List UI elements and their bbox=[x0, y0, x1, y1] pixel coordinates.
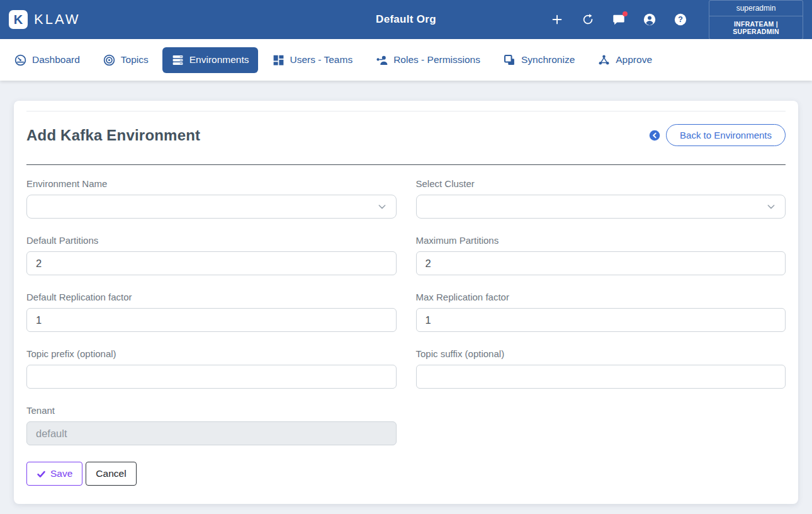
back-arrow-circle-icon[interactable] bbox=[649, 130, 660, 141]
add-icon[interactable] bbox=[550, 13, 564, 26]
nav-label: Approve bbox=[616, 54, 652, 66]
org-title: Default Org bbox=[376, 13, 436, 26]
environment-form: Environment Name Select Cluster Default … bbox=[26, 178, 786, 445]
nav-label: Environments bbox=[189, 54, 249, 66]
refresh-icon[interactable] bbox=[581, 13, 595, 26]
tenant-input bbox=[26, 421, 397, 445]
approve-icon bbox=[597, 54, 611, 67]
max-replication-factor-input[interactable] bbox=[416, 308, 786, 332]
maximum-partitions-input[interactable] bbox=[416, 251, 786, 275]
default-partitions-input[interactable] bbox=[26, 251, 397, 275]
environment-name-select[interactable] bbox=[26, 195, 397, 219]
environment-name-label: Environment Name bbox=[26, 178, 397, 189]
field-environment-name: Environment Name bbox=[26, 178, 397, 219]
svg-text:?: ? bbox=[678, 15, 683, 24]
app-header: K KLAW Default Org ? superadmin INFRAT bbox=[0, 0, 812, 39]
default-replication-factor-input[interactable] bbox=[26, 308, 397, 332]
check-icon bbox=[37, 469, 46, 479]
default-partitions-label: Default Partitions bbox=[26, 235, 397, 246]
card-top-divider bbox=[26, 111, 786, 111]
nav-item-approve[interactable]: Approve bbox=[589, 47, 661, 73]
nav-label: Dashboard bbox=[32, 54, 80, 66]
help-icon[interactable]: ? bbox=[674, 13, 687, 26]
tenant-label: Tenant bbox=[26, 405, 397, 416]
notification-dot bbox=[623, 11, 628, 16]
topic-prefix-label: Topic prefix (optional) bbox=[26, 348, 397, 359]
users-teams-icon bbox=[272, 54, 285, 67]
field-default-partitions: Default Partitions bbox=[26, 235, 397, 275]
field-topic-prefix: Topic prefix (optional) bbox=[26, 348, 397, 389]
select-cluster-select[interactable] bbox=[416, 195, 786, 219]
maximum-partitions-label: Maximum Partitions bbox=[416, 235, 786, 246]
nav-label: Topics bbox=[121, 54, 149, 66]
field-select-cluster: Select Cluster bbox=[416, 178, 786, 219]
field-tenant: Tenant bbox=[26, 405, 397, 445]
select-cluster-label: Select Cluster bbox=[416, 178, 786, 189]
field-maximum-partitions: Maximum Partitions bbox=[416, 235, 786, 275]
save-button-label: Save bbox=[50, 468, 72, 479]
default-replication-factor-label: Default Replication factor bbox=[26, 292, 397, 302]
page-title: Add Kafka Environment bbox=[26, 127, 200, 144]
cancel-button[interactable]: Cancel bbox=[86, 462, 136, 486]
nav-label: Users - Teams bbox=[290, 54, 353, 66]
nav-item-roles-permissions[interactable]: Roles - Permissions bbox=[366, 47, 489, 73]
brand[interactable]: K KLAW bbox=[9, 10, 81, 29]
chevron-down-icon bbox=[766, 202, 776, 212]
topic-prefix-input[interactable] bbox=[26, 365, 397, 389]
max-replication-factor-label: Max Replication factor bbox=[416, 292, 786, 302]
chevron-down-icon bbox=[377, 202, 387, 212]
dashboard-icon bbox=[14, 54, 27, 67]
user-team-role: INFRATEAM | SUPERADMIN bbox=[709, 16, 803, 39]
nav-item-dashboard[interactable]: Dashboard bbox=[5, 47, 89, 73]
nav-label: Roles - Permissions bbox=[393, 54, 480, 66]
topic-suffix-input[interactable] bbox=[416, 365, 786, 389]
content-card: Add Kafka Environment Back to Environmen… bbox=[14, 101, 798, 504]
field-default-replication-factor: Default Replication factor bbox=[26, 292, 397, 332]
topic-suffix-label: Topic suffix (optional) bbox=[416, 348, 786, 359]
account-icon[interactable] bbox=[643, 13, 657, 26]
nav-item-topics[interactable]: Topics bbox=[94, 47, 157, 73]
nav-item-synchronize[interactable]: Synchronize bbox=[494, 47, 584, 73]
main-nav: Dashboard Topics Environments Users - Te… bbox=[0, 39, 812, 81]
nav-item-users-teams[interactable]: Users - Teams bbox=[263, 47, 362, 73]
chat-notification-icon[interactable] bbox=[612, 13, 626, 26]
back-to-environments-button[interactable]: Back to Environments bbox=[666, 124, 786, 146]
save-button[interactable]: Save bbox=[26, 462, 82, 486]
environments-icon bbox=[171, 54, 184, 67]
heading-divider bbox=[26, 164, 786, 165]
nav-label: Synchronize bbox=[521, 54, 575, 66]
synchronize-icon bbox=[503, 54, 516, 67]
topics-icon bbox=[103, 54, 116, 67]
user-name: superadmin bbox=[709, 1, 803, 16]
field-topic-suffix: Topic suffix (optional) bbox=[416, 348, 786, 389]
brand-name: KLAW bbox=[34, 11, 81, 28]
klaw-logo-icon: K bbox=[9, 10, 28, 29]
nav-item-environments[interactable]: Environments bbox=[162, 47, 258, 73]
roles-permissions-icon bbox=[375, 54, 388, 67]
user-info[interactable]: superadmin INFRATEAM | SUPERADMIN bbox=[709, 0, 803, 40]
field-max-replication-factor: Max Replication factor bbox=[416, 292, 786, 332]
